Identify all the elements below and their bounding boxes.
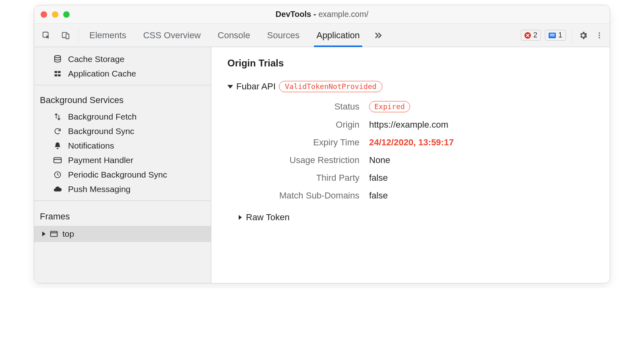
svg-point-5: [599, 37, 600, 38]
sidebar-item-periodic-background-sync[interactable]: Periodic Background Sync: [34, 167, 211, 182]
panel-tabs: Elements CSS Overview Console Sources Ap…: [83, 24, 360, 47]
more-tabs-icon[interactable]: [371, 24, 386, 47]
message-icon: [549, 33, 556, 38]
svg-rect-8: [58, 71, 61, 73]
cloud-icon: [53, 185, 62, 194]
messages-counter[interactable]: 1: [545, 30, 566, 41]
tab-sources[interactable]: Sources: [267, 24, 299, 47]
collapse-icon: [227, 85, 233, 89]
label-match-subdomains: Match Sub-Domains: [239, 190, 359, 201]
sidebar-item-label: Background Sync: [68, 126, 134, 136]
sidebar-item-background-sync[interactable]: Background Sync: [34, 124, 211, 138]
tab-application[interactable]: Application: [316, 24, 360, 47]
window-controls: [41, 11, 70, 18]
trial-header[interactable]: Fubar API ValidTokenNotProvided: [227, 81, 594, 92]
toolbar-divider: [78, 28, 79, 43]
svg-rect-11: [54, 158, 61, 163]
frame-label: top: [62, 229, 74, 239]
frame-top[interactable]: top: [34, 226, 211, 242]
raw-token-label: Raw Token: [246, 212, 289, 223]
sidebar-item-label: Payment Handler: [68, 155, 133, 165]
devtools-toolbar: Elements CSS Overview Console Sources Ap…: [34, 24, 610, 47]
label-expiry: Expiry Time: [239, 137, 359, 148]
minimize-window-button[interactable]: [52, 11, 58, 18]
trial-details: Status Expired Origin https://example.co…: [239, 101, 594, 201]
frame-icon: [50, 229, 58, 238]
messages-count: 1: [558, 31, 562, 39]
clock-icon: [53, 171, 62, 179]
bell-icon: [53, 142, 62, 150]
database-icon: [53, 55, 62, 64]
tab-css-overview[interactable]: CSS Overview: [143, 24, 201, 47]
grid-icon: [53, 70, 62, 78]
sync-icon: [53, 127, 62, 135]
expand-icon: [42, 231, 45, 236]
errors-counter[interactable]: 2: [521, 30, 541, 41]
value-third-party: false: [369, 173, 594, 183]
svg-point-4: [599, 35, 600, 36]
toolbar-divider: [572, 28, 572, 43]
origin-trials-panel: Origin Trials Fubar API ValidTokenNotPro…: [211, 47, 610, 283]
label-status: Status: [239, 101, 359, 112]
errors-count: 2: [533, 31, 537, 39]
svg-rect-7: [55, 71, 58, 73]
sidebar-item-label: Cache Storage: [68, 54, 124, 64]
transfer-icon: [53, 113, 62, 121]
devtools-window: DevTools - example.com/ Elements CSS Ove…: [34, 5, 610, 283]
sidebar-item-label: Notifications: [68, 141, 114, 151]
sidebar-item-label: Push Messaging: [68, 184, 130, 194]
sidebar-group-background-services: Background Services Background Fetch Bac…: [34, 85, 211, 200]
sidebar-item-label: Background Fetch: [68, 112, 136, 122]
sidebar-item-payment-handler[interactable]: Payment Handler: [34, 153, 211, 167]
svg-rect-13: [51, 231, 58, 237]
sidebar-header: Background Services: [34, 89, 211, 110]
value-origin: https://example.com: [369, 120, 594, 130]
window-title-prefix: DevTools -: [276, 10, 318, 19]
inspect-element-icon[interactable]: [37, 24, 55, 47]
sidebar-group-frames: Frames top: [34, 201, 211, 246]
svg-rect-9: [55, 74, 58, 76]
sidebar-item-notifications[interactable]: Notifications: [34, 138, 211, 153]
sidebar-item-cache-storage[interactable]: Cache Storage: [34, 52, 211, 66]
sidebar-header: Frames: [34, 204, 211, 226]
sidebar-group-cache: Cache Storage Application Cache: [34, 47, 211, 85]
label-third-party: Third Party: [239, 173, 359, 183]
window-title: DevTools - example.com/: [34, 10, 610, 19]
value-status: Expired: [369, 101, 594, 112]
sidebar-item-label: Periodic Background Sync: [68, 170, 167, 180]
status-badge: Expired: [369, 101, 410, 112]
value-match-subdomains: false: [369, 190, 594, 201]
tab-console[interactable]: Console: [218, 24, 250, 47]
expand-icon: [239, 215, 242, 220]
trial-name: Fubar API: [236, 81, 276, 92]
value-usage-restriction: None: [369, 155, 594, 165]
panel-title: Origin Trials: [227, 58, 594, 69]
more-options-icon[interactable]: [592, 24, 607, 47]
error-icon: [524, 32, 531, 39]
window-title-suffix: example.com/: [318, 10, 369, 19]
svg-rect-2: [66, 34, 69, 39]
sidebar-item-push-messaging[interactable]: Push Messaging: [34, 182, 211, 196]
svg-point-3: [599, 32, 600, 33]
label-usage-restriction: Usage Restriction: [239, 155, 359, 165]
credit-card-icon: [53, 156, 62, 165]
svg-point-6: [55, 56, 61, 58]
token-error-badge: ValidTokenNotProvided: [279, 81, 383, 92]
svg-rect-10: [58, 74, 61, 76]
tab-elements[interactable]: Elements: [89, 24, 126, 47]
panel-body: Cache Storage Application Cache Backgrou…: [34, 47, 610, 283]
sidebar-item-label: Application Cache: [68, 69, 136, 79]
device-toolbar-icon[interactable]: [57, 24, 74, 47]
zoom-window-button[interactable]: [63, 11, 70, 18]
value-expiry: 24/12/2020, 13:59:17: [369, 137, 594, 148]
titlebar: DevTools - example.com/: [34, 5, 610, 24]
application-sidebar: Cache Storage Application Cache Backgrou…: [34, 47, 211, 283]
close-window-button[interactable]: [41, 11, 47, 18]
sidebar-item-background-fetch[interactable]: Background Fetch: [34, 110, 211, 124]
label-origin: Origin: [239, 120, 359, 130]
raw-token-row[interactable]: Raw Token: [239, 212, 594, 223]
sidebar-item-application-cache[interactable]: Application Cache: [34, 66, 211, 81]
settings-icon[interactable]: [576, 24, 590, 47]
